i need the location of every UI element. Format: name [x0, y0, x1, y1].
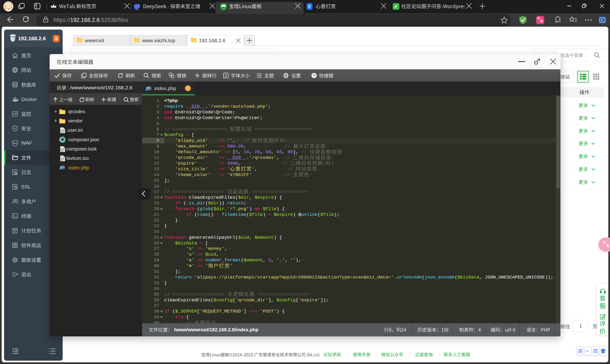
svg-text:A: A: [225, 74, 227, 78]
svg-text:¥: ¥: [308, 4, 311, 9]
svg-text:WAF: WAF: [13, 142, 17, 144]
svg-text:?: ?: [313, 73, 315, 78]
